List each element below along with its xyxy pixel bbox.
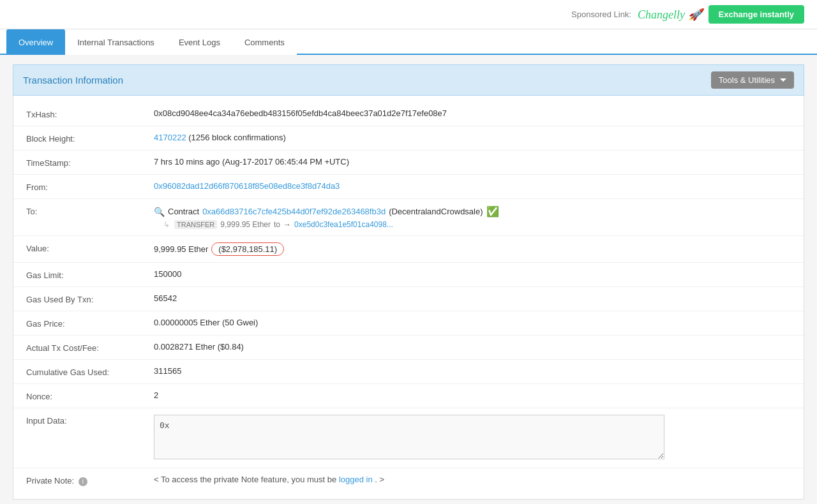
inputdata-row: Input Data: xyxy=(13,408,804,468)
actualcost-value: 0.0028271 Ether ($0.84) xyxy=(154,342,791,352)
timestamp-row: TimeStamp: 7 hrs 10 mins ago (Aug-17-201… xyxy=(13,151,804,175)
value-label: Value: xyxy=(26,242,154,253)
transfer-label: TRANSFER xyxy=(174,220,217,229)
main-container: Transaction Information Tools & Utilitie… xyxy=(0,55,817,504)
verified-icon: ✅ xyxy=(486,205,499,218)
nonce-value: 2 xyxy=(154,390,791,400)
value-row: Value: 9,999.95 Ether ($2,978,185.11) xyxy=(13,236,804,263)
to-row: To: 🔍 Contract 0xa66d83716c7cfe425b44d0f… xyxy=(13,199,804,236)
actualcost-row: Actual Tx Cost/Fee: 0.0028271 Ether ($0.… xyxy=(13,336,804,360)
nonce-row: Nonce: 2 xyxy=(13,384,804,408)
gasprice-label: Gas Price: xyxy=(26,318,154,329)
top-bar: Sponsored Link: Changelly 🚀 Exchange ins… xyxy=(0,0,817,29)
contract-row: 🔍 Contract 0xa66d83716c7cfe425b44d0f7ef9… xyxy=(154,205,791,218)
gasused-label: Gas Used By Txn: xyxy=(26,293,154,304)
blockheight-link[interactable]: 4170222 xyxy=(154,133,186,142)
tab-event-logs[interactable]: Event Logs xyxy=(167,29,232,55)
value-ether: 9,999.95 Ether xyxy=(154,244,208,254)
tools-utilities-button[interactable]: Tools & Utilities xyxy=(711,71,794,89)
from-label: From: xyxy=(26,181,154,192)
contract-address-link[interactable]: 0xa66d83716c7cfe425b44d0f7ef92de263468fb… xyxy=(202,207,386,216)
blockheight-label: Block Height: xyxy=(26,133,154,144)
blockheight-row: Block Height: 4170222 (1256 block confir… xyxy=(13,126,804,151)
exchange-instantly-button[interactable]: Exchange instantly xyxy=(708,5,804,24)
privatenote-label: Private Note: i xyxy=(26,475,154,486)
search-icon: 🔍 xyxy=(154,207,165,217)
cumulative-value: 311565 xyxy=(154,366,791,376)
privatenote-prefix: < To access the private Note feature, yo… xyxy=(154,475,336,484)
transfer-row: ↳ TRANSFER 9,999.95 Ether to → 0xe5d0c3f… xyxy=(154,220,791,229)
nonce-label: Nonce: xyxy=(26,390,154,401)
inputdata-label: Input Data: xyxy=(26,415,154,426)
value-box: 9,999.95 Ether ($2,978,185.11) xyxy=(154,242,791,256)
value-content: 9,999.95 Ether ($2,978,185.11) xyxy=(154,242,791,256)
value-usd: ($2,978,185.11) xyxy=(211,242,284,256)
tools-utilities-label: Tools & Utilities xyxy=(719,75,775,85)
info-table: TxHash: 0x08cd9048ee4ca34a76ebedb483156f… xyxy=(13,96,804,500)
gasused-row: Gas Used By Txn: 56542 xyxy=(13,287,804,311)
timestamp-value: 7 hrs 10 mins ago (Aug-17-2017 06:45:44 … xyxy=(154,157,791,167)
transfer-destination-link[interactable]: 0xe5d0c3fea1e5f01ca4098... xyxy=(294,220,393,229)
from-row: From: 0x96082dad12d66f870618f85e08ed8ce3… xyxy=(13,175,804,199)
tab-comments[interactable]: Comments xyxy=(232,29,297,55)
sponsored-label: Sponsored Link: xyxy=(571,10,631,19)
actualcost-label: Actual Tx Cost/Fee: xyxy=(26,342,154,353)
cumulative-row: Cumulative Gas Used: 311565 xyxy=(13,360,804,384)
from-address-link[interactable]: 0x96082dad12d66f870618f85e08ed8ce3f8d74d… xyxy=(154,181,340,191)
blockheight-confirmations: (1256 block confirmations) xyxy=(188,133,285,142)
tab-internal-transactions[interactable]: Internal Transactions xyxy=(65,29,167,55)
gasprice-value: 0.00000005 Ether (50 Gwei) xyxy=(154,318,791,327)
arrow-right-icon: → xyxy=(283,220,291,229)
to-value: 🔍 Contract 0xa66d83716c7cfe425b44d0f7ef9… xyxy=(154,205,791,229)
changelly-logo: Changelly 🚀 xyxy=(638,8,702,22)
inputdata-textarea[interactable] xyxy=(154,415,664,459)
gasused-value: 56542 xyxy=(154,293,791,303)
chevron-down-icon xyxy=(780,78,786,82)
to-label: To: xyxy=(26,205,154,216)
privatenote-value: < To access the private Note feature, yo… xyxy=(154,475,791,484)
privatenote-suffix: . > xyxy=(375,475,384,484)
tab-overview[interactable]: Overview xyxy=(6,29,65,55)
gasprice-row: Gas Price: 0.00000005 Ether (50 Gwei) xyxy=(13,311,804,336)
privatenote-label-text: Private Note: xyxy=(26,476,74,485)
from-value: 0x96082dad12d66f870618f85e08ed8ce3f8d74d… xyxy=(154,181,791,191)
transfer-amount: 9,999.95 Ether xyxy=(220,220,271,229)
gaslimit-label: Gas Limit: xyxy=(26,269,154,280)
info-icon[interactable]: i xyxy=(79,477,87,486)
cumulative-label: Cumulative Gas Used: xyxy=(26,366,154,377)
txhash-value: 0x08cd9048ee4ca34a76ebedb483156f05efdb4c… xyxy=(154,108,791,118)
contract-name: (DecentralandCrowdsale) xyxy=(389,207,483,216)
inputdata-value xyxy=(154,415,791,461)
txhash-row: TxHash: 0x08cd9048ee4ca34a76ebedb483156f… xyxy=(13,102,804,126)
section-header: Transaction Information Tools & Utilitie… xyxy=(13,64,804,96)
txhash-label: TxHash: xyxy=(26,108,154,119)
contract-label: Contract xyxy=(168,207,199,216)
tab-bar: Overview Internal Transactions Event Log… xyxy=(0,29,817,55)
privatenote-row: Private Note: i < To access the private … xyxy=(13,468,804,493)
login-link[interactable]: logged in xyxy=(339,475,373,484)
gaslimit-row: Gas Limit: 150000 xyxy=(13,263,804,287)
blockheight-value: 4170222 (1256 block confirmations) xyxy=(154,133,791,142)
section-title: Transaction Information xyxy=(23,75,123,85)
transfer-to-label: to xyxy=(274,220,280,229)
gaslimit-value: 150000 xyxy=(154,269,791,279)
timestamp-label: TimeStamp: xyxy=(26,157,154,168)
transfer-indent-icon: ↳ xyxy=(163,220,170,229)
